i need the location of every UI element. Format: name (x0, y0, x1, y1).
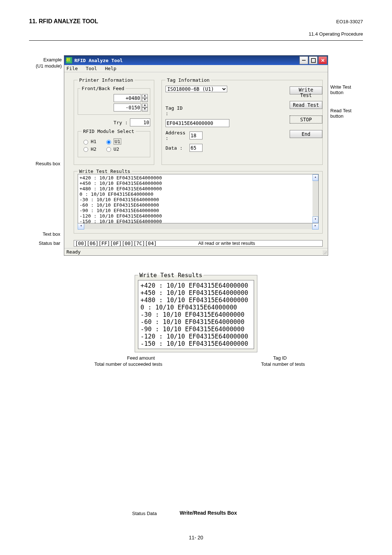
address-label: Address : (166, 130, 187, 141)
scroll-down-icon[interactable]: ▾ (313, 216, 318, 223)
app-window: RFID Analyze Tool ✕ File Tool Help Print… (64, 55, 328, 256)
close-icon[interactable]: ✕ (318, 56, 327, 64)
spin-up-icon[interactable]: ▲ (142, 94, 148, 98)
rfid-module-legend: RFID Module Select (82, 129, 136, 134)
label-read-test-button: Read Test button (330, 108, 363, 119)
titlebar: RFID Analyze Tool ✕ (64, 56, 328, 65)
page-heading: 11. RFID ANALYZE TOOL (29, 18, 98, 25)
scrollbar-horizontal[interactable] (84, 223, 312, 229)
front-feed-input[interactable] (114, 94, 141, 102)
app-icon (66, 57, 72, 64)
label-text-box: Text box (29, 231, 62, 237)
label-results-box: Results box (29, 161, 62, 166)
results-legend: Write Test Results (78, 169, 132, 174)
annot-status-data: Status Data (132, 511, 157, 516)
page-number: 11- 20 (0, 535, 392, 540)
spin-down-icon[interactable]: ▼ (142, 108, 148, 112)
annot-feed-amount: Feed amount (127, 355, 155, 361)
annot-all-results: All read or write test results (198, 240, 255, 246)
menu-file[interactable]: File (66, 66, 78, 71)
scroll-up-icon[interactable]: ▴ (313, 174, 318, 181)
minimize-icon[interactable] (299, 56, 308, 64)
annot-tag-id: Tag ID (273, 355, 287, 361)
scroll-left-icon[interactable]: ◂ (78, 223, 84, 230)
feed-group: Front/Back Feed ▲▼ ▲▼ (78, 86, 150, 115)
tagid-label: Tag ID : (166, 105, 187, 116)
read-test-button[interactable]: Read Test (290, 101, 322, 109)
results-group: Write Test Results +420 : 10/10 EF04315E… (74, 169, 323, 234)
data-input[interactable] (189, 144, 203, 152)
radio-h1[interactable]: H1 (82, 138, 97, 145)
annot-total: Total number of tests (261, 361, 305, 367)
spin-up-icon[interactable]: ▲ (142, 104, 148, 108)
label-module: (U1 module) (29, 63, 62, 69)
radio-u1[interactable]: U1 (105, 138, 122, 145)
spin-down-icon[interactable]: ▼ (142, 98, 148, 102)
radio-h2[interactable]: H2 (82, 146, 97, 152)
results-list: +420 : 10/10 EF04315E64000000 +450 : 10/… (78, 174, 319, 223)
protocol-select[interactable]: ISO18000-6B (U1) (166, 86, 227, 92)
tagid-field (166, 119, 229, 127)
status-text: Ready (66, 249, 81, 255)
wr-results-box: Write Test Results +420 : 10/10 EF04315E… (135, 272, 257, 352)
data-label: Data : (166, 145, 187, 151)
menu-help[interactable]: Help (105, 66, 116, 71)
tag-info-legend: Tag Information (166, 77, 211, 83)
radio-u2[interactable]: U2 (105, 146, 119, 152)
scroll-right-icon[interactable]: ▸ (312, 223, 319, 230)
maximize-icon[interactable] (309, 56, 318, 64)
printer-info-group: Printer Information Front/Back Feed ▲▼ ▲… (74, 77, 154, 165)
divider (29, 40, 363, 41)
printer-info-legend: Printer Information (78, 77, 135, 83)
wr-results-list: +420 : 10/10 EF04315E64000000 +450 : 10/… (138, 280, 254, 349)
back-feed-input[interactable] (114, 104, 141, 112)
write-test-button[interactable]: Write Test (290, 86, 322, 94)
wr-results-legend: Write Test Results (138, 272, 204, 279)
annot-wr-title: Write/Read Results Box (180, 510, 237, 516)
window-title: RFID Analyze Tool (74, 58, 123, 63)
scrollbar-vertical[interactable]: ▴ ▾ (313, 174, 318, 223)
try-input[interactable] (130, 118, 150, 126)
rfid-module-group: RFID Module Select H1 U1 H2 U2 (78, 129, 150, 157)
stop-button[interactable]: STOP (290, 116, 322, 123)
label-status-bar: Status bar (29, 240, 62, 246)
end-button[interactable]: End (290, 130, 322, 138)
label-write-test-button: Write Test button (330, 84, 363, 95)
annot-succeeded: Total number of succeeded tests (94, 361, 162, 367)
menu-tool[interactable]: Tool (86, 66, 97, 71)
status-bar: Ready (64, 248, 328, 255)
menubar: File Tool Help (64, 65, 328, 72)
try-label: Try : (114, 120, 128, 125)
tag-info-group: Tag Information ISO18000-6B (U1) Tag ID … (162, 77, 323, 165)
resize-grip-icon[interactable] (323, 250, 327, 255)
address-input[interactable] (189, 131, 203, 139)
feed-legend: Front/Back Feed (80, 86, 126, 91)
doc-code: EO18-33027 (336, 19, 363, 24)
label-example: Example (29, 57, 62, 62)
subsection: 11.4 Operating Procedure (29, 31, 363, 37)
